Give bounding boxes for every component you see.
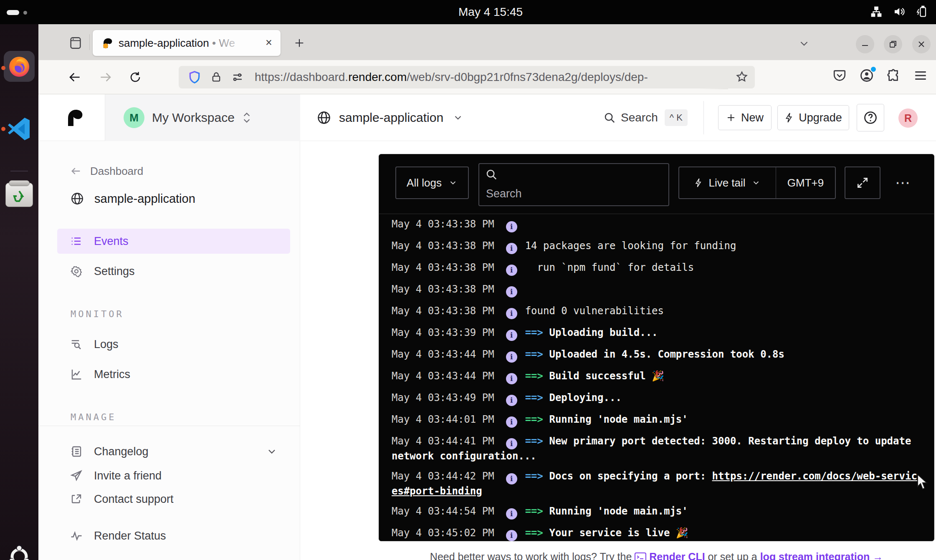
log-line[interactable]: May 4 03:43:38 PMifound 0 vulnerabilitie…	[392, 301, 918, 323]
log-message: ==> Build successful 🎉	[525, 370, 664, 382]
volume-icon	[893, 5, 905, 18]
log-arrow: ==>	[525, 370, 549, 382]
info-badge-icon: i	[506, 416, 517, 428]
forward-icon[interactable]	[96, 68, 114, 86]
live-tail-control[interactable]: Live tail GMT+9	[678, 166, 836, 199]
chevron-down-icon	[751, 178, 761, 187]
render-cli-link[interactable]: Render CLI	[649, 551, 705, 560]
new-tab-button[interactable]	[290, 33, 309, 53]
pocket-icon[interactable]	[832, 68, 847, 83]
timezone-button[interactable]: GMT+9	[776, 177, 835, 189]
sidebar-item-logs[interactable]: Logs	[57, 332, 119, 357]
global-search[interactable]: Search ^ K	[603, 94, 688, 141]
log-more-menu[interactable]: ⋯	[895, 166, 911, 199]
reload-icon[interactable]	[126, 68, 144, 86]
vscode-running-dot	[1, 127, 5, 131]
sidebar-item-settings[interactable]: Settings	[57, 259, 135, 284]
log-line[interactable]: May 4 03:43:38 PMi	[392, 279, 918, 301]
log-line[interactable]: May 4 03:44:54 PMi==> Running 'node main…	[392, 501, 918, 523]
new-button[interactable]: New	[718, 105, 772, 130]
close-window-button[interactable]	[912, 35, 931, 53]
log-line[interactable]: May 4 03:44:41 PMi==> New primary port d…	[392, 431, 918, 466]
log-timestamp: May 4 03:45:02 PM	[392, 527, 494, 539]
account-icon[interactable]	[859, 68, 874, 83]
support-external-icon	[70, 493, 83, 505]
live-tail-toggle[interactable]: Live tail	[679, 177, 776, 189]
info-badge-icon: i	[506, 473, 517, 484]
firefox-view-icon[interactable]	[67, 34, 84, 52]
sidebar-item-invite-friend[interactable]: Invite a friend	[57, 463, 162, 488]
log-line[interactable]: May 4 03:43:38 PMi run `npm fund` for de…	[392, 257, 918, 279]
help-button[interactable]	[857, 104, 884, 131]
service-selector[interactable]: sample-application	[316, 94, 463, 141]
sidebar-back-dashboard[interactable]: Dashboard	[57, 159, 143, 184]
list-tabs-chevron-icon[interactable]	[795, 36, 813, 51]
permissions-icon[interactable]	[231, 71, 244, 83]
workspace-selector[interactable]: M My Workspace	[105, 94, 300, 141]
tab-close-icon[interactable]: ×	[262, 36, 276, 50]
chevron-down-icon[interactable]	[266, 446, 278, 457]
render-logo[interactable]	[64, 107, 85, 128]
system-clock[interactable]: May 4 15:45	[458, 5, 523, 19]
url-fade	[699, 73, 728, 89]
log-line[interactable]: May 4 03:44:01 PMi==> Running 'node main…	[392, 409, 918, 431]
system-top-bar: May 4 15:45	[0, 0, 936, 24]
url-text: https://dashboard.render.com/web/srv-d0b…	[255, 71, 680, 84]
battery-icon	[915, 5, 928, 18]
service-caret-icon	[453, 112, 463, 123]
log-line[interactable]: May 4 03:43:44 PMi==> Build successful 🎉	[392, 366, 918, 388]
sidebar-item-contact-support[interactable]: Contact support	[57, 487, 174, 512]
system-tray[interactable]	[870, 5, 928, 18]
log-search-input[interactable]: Search	[478, 163, 669, 206]
workspace-indicator-pill	[7, 10, 19, 15]
lock-icon[interactable]	[210, 71, 222, 83]
extensions-puzzle-icon[interactable]	[887, 68, 901, 83]
logs-icon	[70, 338, 83, 351]
sidebar-service-name[interactable]: sample-application	[57, 186, 195, 211]
log-panel: All logs Search Live tail	[379, 154, 934, 541]
menu-hamburger-icon[interactable]	[913, 68, 928, 83]
dock-trash-icon[interactable]	[5, 179, 33, 207]
log-message: ==> Running 'node main.mjs'	[525, 414, 688, 425]
log-line[interactable]: May 4 03:43:49 PMi==> Deploying...	[392, 388, 918, 409]
sidebar-item-changelog[interactable]: Changelog	[57, 439, 290, 464]
mouse-cursor	[917, 474, 931, 491]
sidebar-item-events[interactable]: Events	[57, 229, 290, 254]
user-avatar[interactable]: R	[898, 108, 918, 128]
search-icon	[485, 168, 498, 181]
url-domain: render.com	[348, 71, 407, 83]
log-line[interactable]: May 4 03:43:44 PMi==> Uploaded in 4.5s. …	[392, 344, 918, 366]
minimize-button[interactable]	[856, 35, 874, 53]
firefox-window: sample-application • We ×	[38, 24, 936, 560]
restore-button[interactable]	[884, 35, 902, 53]
info-badge-icon: i	[506, 508, 517, 520]
log-line[interactable]: May 4 03:44:42 PMi==> Docs on specifying…	[392, 466, 918, 501]
log-list[interactable]: May 4 03:43:38 PMi May 4 03:43:38 PMi14 …	[379, 214, 934, 545]
sidebar-section-monitor: MONITOR	[71, 309, 124, 319]
back-icon[interactable]	[66, 68, 84, 86]
active-tab[interactable]: sample-application • We ×	[93, 30, 281, 56]
bookmark-star-icon[interactable]	[736, 71, 748, 83]
log-line[interactable]: May 4 03:43:38 PMi14 packages are lookin…	[392, 236, 918, 257]
log-stream-link[interactable]: log stream integration	[760, 551, 870, 560]
url-bar[interactable]: https://dashboard.render.com/web/srv-d0b…	[179, 66, 755, 88]
upgrade-button[interactable]: Upgrade	[777, 105, 849, 130]
ubuntu-dock	[0, 24, 38, 560]
log-timestamp: May 4 03:43:39 PM	[392, 327, 494, 338]
log-line[interactable]: May 4 03:43:39 PMi==> Uploading build...	[392, 323, 918, 344]
log-arrow: ==>	[525, 392, 549, 404]
events-list-icon	[70, 235, 83, 247]
log-timestamp: May 4 03:43:49 PM	[392, 392, 494, 404]
dock-divider	[10, 171, 28, 172]
log-line[interactable]: May 4 03:45:02 PMi==> Your service is li…	[392, 523, 918, 545]
tracking-shield-icon[interactable]	[188, 71, 201, 84]
dock-vscode-icon[interactable]	[6, 116, 32, 142]
log-filter-dropdown[interactable]: All logs	[395, 166, 469, 199]
sidebar-item-metrics[interactable]: Metrics	[57, 362, 130, 387]
info-badge-icon: i	[506, 221, 517, 232]
dock-ubuntu-logo[interactable]	[7, 544, 32, 560]
expand-logs-button[interactable]	[845, 166, 880, 199]
dock-firefox-icon[interactable]	[4, 51, 35, 82]
sidebar-item-render-status[interactable]: Render Status	[57, 523, 166, 548]
log-line[interactable]: May 4 03:43:38 PMi	[392, 214, 918, 236]
